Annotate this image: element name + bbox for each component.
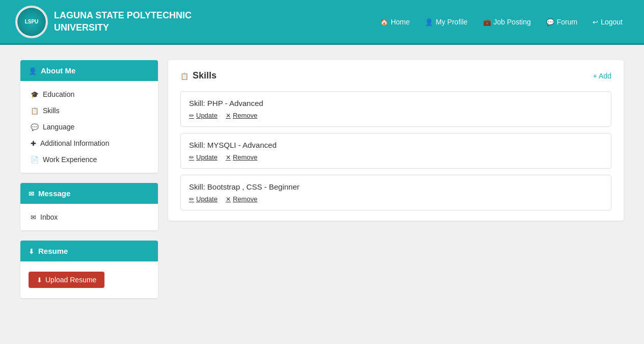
remove-skill-button[interactable]: Remove — [226, 112, 257, 119]
skills-title: Skills — [180, 70, 217, 81]
sidebar-item-education[interactable]: Education — [20, 86, 158, 102]
message-body: Inbox — [20, 204, 158, 230]
sidebar-resume: Resume Upload Resume — [20, 241, 158, 298]
nav-home[interactable]: Home — [374, 15, 416, 29]
upload-resume-button[interactable]: Upload Resume — [29, 272, 104, 288]
message-icon — [29, 189, 34, 198]
work-experience-icon — [31, 155, 39, 164]
skill-actions: Update Remove — [189, 153, 603, 161]
sidebar-message: Message Inbox — [20, 183, 158, 230]
pencil-icon — [189, 195, 194, 203]
briefcase-icon — [483, 18, 491, 26]
times-icon — [226, 195, 231, 203]
skill-name: Skill: MYSQLI - Advanced — [189, 141, 603, 149]
sidebar-item-additional-information[interactable]: Additional Information — [20, 135, 158, 151]
skill-item: Skill: MYSQLI - Advanced Update Remove — [180, 133, 611, 169]
resume-icon — [29, 247, 34, 255]
resume-header: Resume — [20, 241, 158, 261]
additional-info-icon — [31, 139, 36, 147]
update-skill-button[interactable]: Update — [189, 112, 218, 119]
add-skill-button[interactable]: + Add — [593, 72, 611, 80]
skill-name: Skill: PHP - Advanced — [189, 99, 603, 108]
university-title: LAGUNA STATE POLYTECHNIC UNIVERSITY — [54, 10, 197, 34]
sidebar-item-inbox[interactable]: Inbox — [20, 209, 158, 225]
about-me-header: About Me — [20, 60, 158, 81]
logout-icon — [593, 18, 598, 26]
message-header: Message — [20, 183, 158, 204]
remove-skill-button[interactable]: Remove — [226, 195, 257, 203]
nav-my-profile[interactable]: My Profile — [419, 15, 473, 29]
update-skill-button[interactable]: Update — [189, 153, 218, 161]
main-nav: Home My Profile Job Posting Forum Logout — [374, 15, 629, 29]
about-me-body: Education Skills Language Additional Inf… — [20, 81, 158, 173]
skills-header: Skills + Add — [180, 70, 611, 81]
sidebar-item-work-experience[interactable]: Work Experience — [20, 151, 158, 168]
home-icon — [380, 18, 388, 26]
skill-item: Skill: PHP - Advanced Update Remove — [180, 91, 611, 127]
upload-icon — [37, 276, 42, 284]
sidebar-item-language[interactable]: Language — [20, 119, 158, 135]
sidebar-item-skills[interactable]: Skills — [20, 102, 158, 119]
skills-icon — [31, 107, 39, 115]
sidebar: About Me Education Skills Language Addi — [20, 60, 158, 308]
remove-skill-button[interactable]: Remove — [226, 153, 257, 161]
update-skill-button[interactable]: Update — [189, 195, 218, 203]
nav-forum[interactable]: Forum — [540, 15, 583, 29]
inbox-icon — [31, 213, 36, 221]
content-area: Skills + Add Skill: PHP - Advanced Updat… — [168, 60, 624, 308]
times-icon — [226, 153, 231, 161]
education-icon — [31, 90, 39, 98]
nav-job-posting[interactable]: Job Posting — [477, 15, 537, 29]
times-icon — [226, 112, 231, 119]
pencil-icon — [189, 153, 194, 161]
skills-title-icon — [180, 70, 189, 81]
user-icon — [425, 18, 433, 26]
university-logo: LSPU — [15, 6, 48, 38]
resume-body: Upload Resume — [20, 261, 158, 298]
skill-item: Skill: Bootstrap , CSS - Beginner Update… — [180, 175, 611, 210]
pencil-icon — [189, 112, 194, 119]
about-me-icon — [29, 66, 37, 75]
skill-actions: Update Remove — [189, 112, 603, 119]
forum-icon — [546, 18, 554, 26]
sidebar-about-me: About Me Education Skills Language Addi — [20, 60, 158, 173]
language-icon — [31, 123, 39, 131]
skill-name: Skill: Bootstrap , CSS - Beginner — [189, 182, 603, 191]
main-container: About Me Education Skills Language Addi — [0, 45, 644, 324]
site-header: LSPU LAGUNA STATE POLYTECHNIC UNIVERSITY… — [0, 0, 644, 45]
nav-logout[interactable]: Logout — [586, 15, 629, 29]
skills-card: Skills + Add Skill: PHP - Advanced Updat… — [168, 60, 624, 221]
skill-actions: Update Remove — [189, 195, 603, 203]
